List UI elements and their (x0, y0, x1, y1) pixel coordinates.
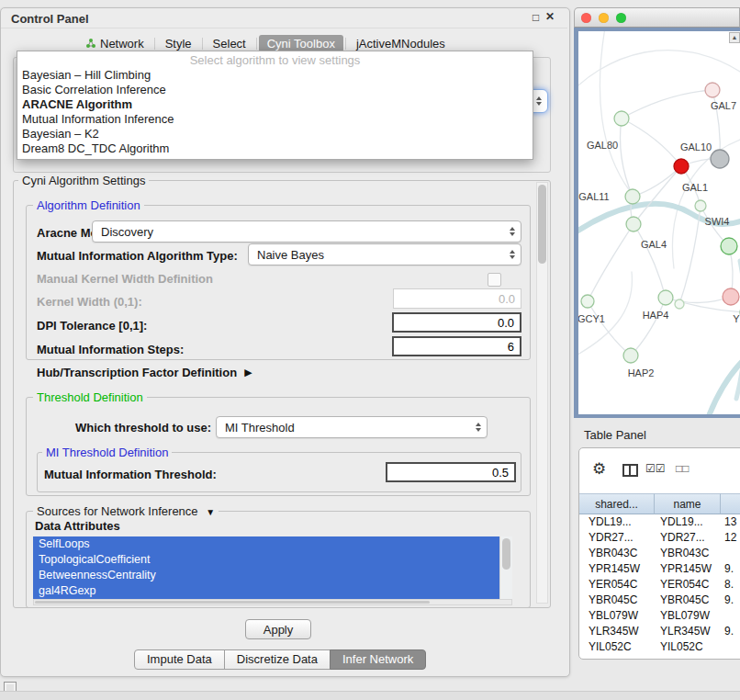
attributes-vertical-scrollbar[interactable] (499, 536, 512, 599)
network-node-gal4[interactable] (626, 217, 641, 231)
table-cell (721, 546, 740, 561)
table-row[interactable]: YER054CYER054C8. (579, 577, 740, 593)
table-cell: YDR27... (579, 530, 655, 546)
table-row[interactable]: YBL079WYBL079W (579, 608, 740, 624)
table-row[interactable]: YDR27...YDR27...12 (579, 530, 740, 546)
tab-label: Network (100, 37, 144, 51)
network-node-hap2[interactable] (623, 348, 638, 363)
unselect-all-columns-icon[interactable]: □□ (676, 462, 690, 475)
table-cell: 13 (721, 514, 740, 530)
manual-kernel-width-checkbox[interactable] (488, 273, 501, 287)
network-edge (707, 355, 740, 414)
table-row[interactable]: YBR045CYBR045C9. (579, 593, 740, 608)
aracne-mode-select[interactable]: Discovery (92, 220, 521, 243)
mi-steps-field[interactable] (392, 336, 521, 356)
network-edge (600, 31, 630, 191)
network-node-label: GAL11 (578, 191, 609, 202)
network-node-label: HAP2 (628, 367, 655, 378)
tab-select[interactable]: Select (205, 35, 254, 52)
mi-threshold-field[interactable] (386, 462, 516, 482)
bottom-tab-bar: Impute DataDiscretize DataInfer Network (134, 649, 426, 670)
table-row[interactable]: YIL052CYIL052C (579, 639, 740, 655)
tab-cyni-toolbox[interactable]: Cyni Toolbox (259, 35, 343, 52)
column-header-shared[interactable]: shared... (579, 493, 655, 514)
table-body: YDL19...YDL19...13YDR27...YDR27...12YBR0… (579, 514, 740, 655)
network-node-label: Y (733, 313, 740, 324)
hub-definition-toggle[interactable]: Hub/Transcription Factor Definition ▶ (37, 366, 252, 379)
network-node-gal11[interactable] (625, 189, 640, 204)
close-window-icon[interactable] (581, 13, 591, 23)
scroll-up-button[interactable]: ▲ (729, 32, 740, 43)
scrollbar-thumb[interactable] (538, 185, 546, 264)
table-cell: YBR045C (655, 593, 721, 608)
algorithm-option-mutual-information-inference[interactable]: Mutual Information Inference (17, 112, 533, 127)
tab-jactivemnodules[interactable]: jActiveMNodules (348, 35, 454, 52)
network-node-label: GAL80 (587, 140, 618, 151)
table-row[interactable]: YDL19...YDL19...13 (579, 514, 740, 530)
algorithm-option-bayesian-k2[interactable]: Bayesian – K2 (17, 127, 533, 141)
algorithm-option-dream8-dc-tdc-algorithm[interactable]: Dream8 DC_TDC Algorithm (17, 141, 533, 156)
column-header-name[interactable]: name (655, 493, 721, 514)
table-row[interactable]: YPR145WYPR145W9. (579, 561, 740, 577)
minimize-window-icon[interactable] (599, 13, 609, 23)
network-canvas[interactable]: GAL80GAL7GAL10GAL11GAL1GAL4SWI4GCY1HAP4H… (578, 31, 740, 414)
data-attributes-label: Data Attributes (35, 519, 120, 533)
bottom-tab-impute-data[interactable]: Impute Data (134, 649, 225, 670)
attribute-selfloops[interactable]: SelfLoops (33, 536, 499, 552)
dpi-tolerance-field[interactable] (392, 312, 521, 333)
bottom-tab-infer-network[interactable]: Infer Network (330, 649, 426, 670)
bottom-tab-discretize-data[interactable]: Discretize Data (224, 649, 331, 670)
attribute-gal4rgexp[interactable]: gal4RGexp (33, 583, 499, 599)
settings-scrollbar[interactable] (536, 182, 548, 604)
apply-button[interactable]: Apply (245, 619, 311, 639)
tab-label: Style (165, 37, 192, 51)
network-node-gal80[interactable] (614, 111, 629, 126)
algorithm-option-aracne-algorithm[interactable]: ARACNE Algorithm (17, 97, 533, 112)
network-node-hap4[interactable] (658, 290, 673, 305)
zoom-window-icon[interactable] (616, 13, 626, 23)
network-edge (633, 224, 666, 298)
attribute-topologicalcoefficient[interactable]: TopologicalCoefficient (33, 552, 499, 568)
tab-style[interactable]: Style (157, 35, 200, 52)
column-header-col2[interactable] (721, 493, 740, 514)
network-node-gal10[interactable] (674, 159, 689, 174)
show-columns-icon[interactable] (622, 464, 638, 477)
network-svg: GAL80GAL7GAL10GAL11GAL1GAL4SWI4GCY1HAP4H… (578, 31, 740, 414)
tab-network[interactable]: Network (77, 35, 152, 52)
algorithm-option-bayesian-hill-climbing[interactable]: Bayesian – Hill Climbing (17, 68, 533, 83)
table-row[interactable]: YLR345WYLR345W9. (579, 624, 740, 639)
network-node-gal7[interactable] (705, 83, 720, 97)
algorithm-definition-title: Algorithm Definition (33, 198, 144, 212)
mi-algorithm-type-select[interactable]: Naive Bayes (248, 243, 521, 265)
sources-group-title[interactable]: Sources for Network Inference ▼ (33, 504, 219, 518)
float-panel-icon[interactable]: □ (533, 11, 539, 24)
close-panel-icon[interactable]: ✕ (545, 10, 555, 23)
table-cell: YER054C (579, 577, 655, 593)
window-controls (581, 13, 626, 23)
table-cell: YBL079W (579, 608, 655, 624)
settings-group-title: Cyni Algorithm Settings (18, 174, 149, 187)
table-cell: YBR043C (655, 546, 721, 561)
algorithm-option-basic-correlation-inference[interactable]: Basic Correlation Inference (17, 83, 533, 97)
network-node-swi4[interactable] (721, 238, 737, 254)
scrollbar-thumb[interactable] (502, 538, 510, 570)
bottom-strip (0, 691, 740, 700)
table-cell: YLR345W (579, 624, 655, 639)
network-node-label: GCY1 (578, 313, 605, 324)
which-threshold-select[interactable]: MI Threshold (216, 416, 488, 438)
attribute-betweennesscentrality[interactable]: BetweennessCentrality (33, 568, 499, 583)
table-settings-gear-icon[interactable]: ⚙ (592, 459, 606, 479)
network-node-gal1[interactable] (695, 200, 706, 211)
scrollbar-thumb[interactable] (35, 601, 430, 604)
tab-separator (345, 38, 346, 50)
network-node[interactable] (675, 299, 684, 309)
network-node[interactable] (711, 150, 729, 168)
table-row[interactable]: YBR043CYBR043C (579, 546, 740, 561)
network-node[interactable] (723, 288, 739, 305)
network-node-label: GAL7 (711, 100, 736, 111)
network-node-gcy1[interactable] (581, 295, 594, 308)
attributes-horizontal-scrollbar[interactable] (33, 599, 512, 605)
network-edge (736, 261, 740, 399)
select-all-columns-icon[interactable]: ☑☑ (645, 462, 666, 475)
threshold-definition-title: Threshold Definition (33, 390, 147, 404)
